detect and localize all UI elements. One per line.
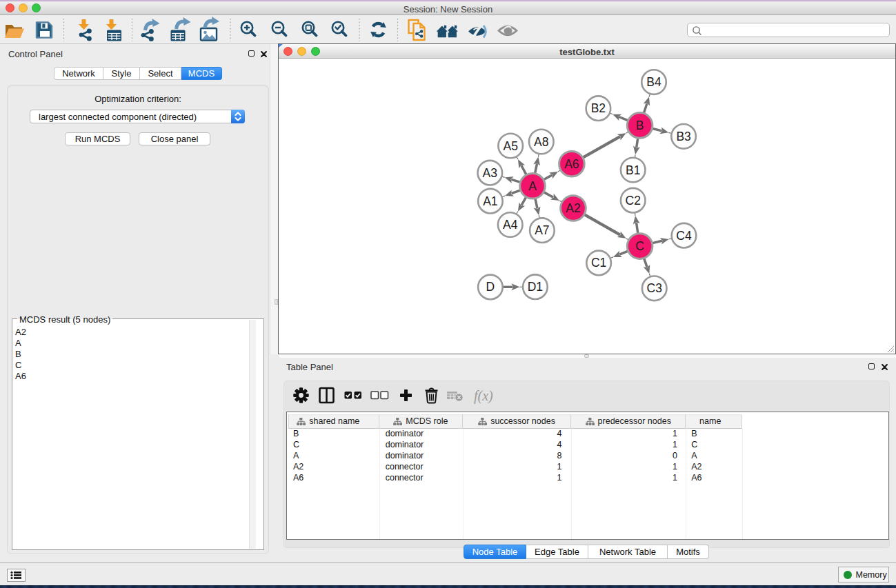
- svg-text:B: B: [636, 119, 644, 132]
- svg-text:A1: A1: [483, 194, 497, 208]
- svg-text:A2: A2: [566, 201, 580, 215]
- svg-text:A: A: [528, 179, 537, 193]
- svg-text:B3: B3: [676, 130, 690, 143]
- svg-text:B2: B2: [591, 101, 606, 115]
- svg-text:D1: D1: [528, 280, 543, 294]
- svg-text:C: C: [635, 239, 644, 253]
- svg-text:B4: B4: [646, 75, 661, 89]
- svg-text:A6: A6: [564, 157, 579, 171]
- svg-text:C3: C3: [647, 281, 662, 295]
- svg-text:A3: A3: [483, 166, 497, 180]
- svg-text:A5: A5: [503, 139, 517, 153]
- svg-text:f(x): f(x): [474, 388, 493, 404]
- svg-text:C1: C1: [591, 256, 606, 270]
- svg-text:A4: A4: [503, 218, 518, 232]
- svg-text:C2: C2: [626, 194, 641, 207]
- svg-text:C4: C4: [676, 229, 692, 243]
- svg-text:A7: A7: [535, 223, 549, 237]
- svg-text:B1: B1: [626, 163, 640, 177]
- svg-text:D: D: [486, 280, 495, 294]
- svg-text:A8: A8: [534, 135, 548, 149]
